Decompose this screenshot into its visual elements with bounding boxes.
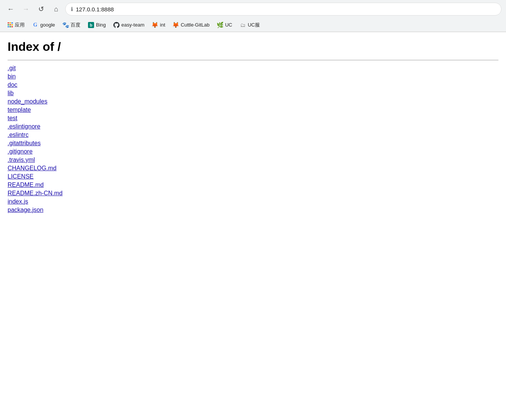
bookmark-bing[interactable]: b Bing (85, 20, 109, 30)
bookmark-cuttle-gitlab[interactable]: 🦊 Cuttle·GitLab (170, 20, 213, 30)
baidu-icon: 🐾 (63, 22, 69, 28)
list-item: LICENSE (8, 173, 498, 180)
list-item: .travis.yml (8, 157, 498, 163)
uc-icon: 🌿 (217, 22, 223, 28)
list-item: package.json (8, 207, 498, 213)
file-link[interactable]: .gitignore (8, 148, 33, 155)
bookmark-baidu-label: 百度 (71, 22, 80, 28)
list-item: .gitignore (8, 148, 498, 155)
list-item: template (8, 107, 498, 113)
bookmark-ucfu-label: UC服 (248, 22, 260, 28)
bookmark-int[interactable]: 🦊 int (149, 20, 168, 30)
page-content: Index of / .gitbindoclibnode_modulestemp… (0, 32, 506, 230)
list-item: .git (8, 65, 498, 72)
home-button[interactable]: ⌂ (50, 3, 62, 15)
nav-bar: ← → ↺ ⌂ ℹ 127.0.0.1:8888 (0, 0, 506, 18)
bookmark-easy-team-label: easy-team (121, 22, 145, 28)
file-link[interactable]: .eslintignore (8, 123, 40, 130)
file-link[interactable]: template (8, 107, 31, 113)
bookmark-bing-label: Bing (96, 22, 106, 28)
folder-icon: 🗂 (240, 22, 246, 28)
forward-button[interactable]: → (20, 3, 32, 15)
list-item: README.md (8, 182, 498, 188)
file-link[interactable]: package.json (8, 207, 43, 213)
file-link[interactable]: index.js (8, 198, 28, 205)
divider (8, 60, 498, 60)
back-button[interactable]: ← (5, 3, 17, 15)
file-link[interactable]: CHANGELOG.md (8, 165, 57, 171)
address-info-icon: ℹ (71, 6, 73, 12)
list-item: README.zh-CN.md (8, 190, 498, 197)
file-link[interactable]: node_modules (8, 98, 47, 105)
bookmarks-bar: 应用 G google 🐾 百度 b Bing easy-team 🦊 int (0, 18, 506, 32)
bookmark-google-label: google (40, 22, 55, 28)
file-link[interactable]: README.md (8, 182, 44, 188)
file-link[interactable]: README.zh-CN.md (8, 190, 63, 196)
list-item: .gitattributes (8, 140, 498, 147)
list-item: .eslintrc (8, 132, 498, 138)
bookmark-ucfu[interactable]: 🗂 UC服 (237, 20, 263, 30)
bookmark-yingyong-label: 应用 (15, 22, 25, 28)
page-title: Index of / (8, 40, 498, 54)
file-link[interactable]: .travis.yml (8, 157, 35, 163)
bookmark-google[interactable]: G google (29, 20, 58, 30)
google-icon: G (32, 22, 38, 28)
file-link[interactable]: bin (8, 73, 16, 80)
file-link[interactable]: LICENSE (8, 173, 33, 180)
bookmark-uc[interactable]: 🌿 UC (214, 20, 235, 30)
bookmark-easy-team[interactable]: easy-team (110, 20, 148, 30)
grid-icon (8, 22, 13, 28)
browser-chrome: ← → ↺ ⌂ ℹ 127.0.0.1:8888 应用 (0, 0, 506, 32)
file-list: .gitbindoclibnode_modulestemplatetest.es… (8, 65, 498, 213)
list-item: .eslintignore (8, 123, 498, 130)
reload-button[interactable]: ↺ (35, 3, 47, 15)
list-item: index.js (8, 198, 498, 205)
fox-icon: 🦊 (152, 22, 158, 28)
file-link[interactable]: test (8, 115, 17, 121)
bookmark-uc-label: UC (225, 22, 232, 28)
address-url: 127.0.0.1:8888 (76, 6, 114, 13)
bookmark-yingyong[interactable]: 应用 (5, 20, 28, 30)
bookmark-cuttle-gitlab-label: Cuttle·GitLab (181, 22, 210, 28)
bookmark-baidu[interactable]: 🐾 百度 (60, 20, 83, 30)
file-link[interactable]: .eslintrc (8, 132, 28, 138)
list-item: doc (8, 81, 498, 88)
file-link[interactable]: lib (8, 90, 14, 96)
bing-icon: b (88, 22, 94, 28)
list-item: CHANGELOG.md (8, 165, 498, 172)
bookmark-int-label: int (160, 22, 165, 28)
file-link[interactable]: doc (8, 81, 17, 88)
list-item: node_modules (8, 98, 498, 105)
file-link[interactable]: .git (8, 65, 16, 71)
github-icon (113, 22, 119, 28)
fox2-icon: 🦊 (173, 22, 179, 28)
list-item: test (8, 115, 498, 122)
list-item: lib (8, 90, 498, 97)
address-bar[interactable]: ℹ 127.0.0.1:8888 (65, 3, 501, 16)
file-link[interactable]: .gitattributes (8, 140, 41, 146)
list-item: bin (8, 73, 498, 80)
